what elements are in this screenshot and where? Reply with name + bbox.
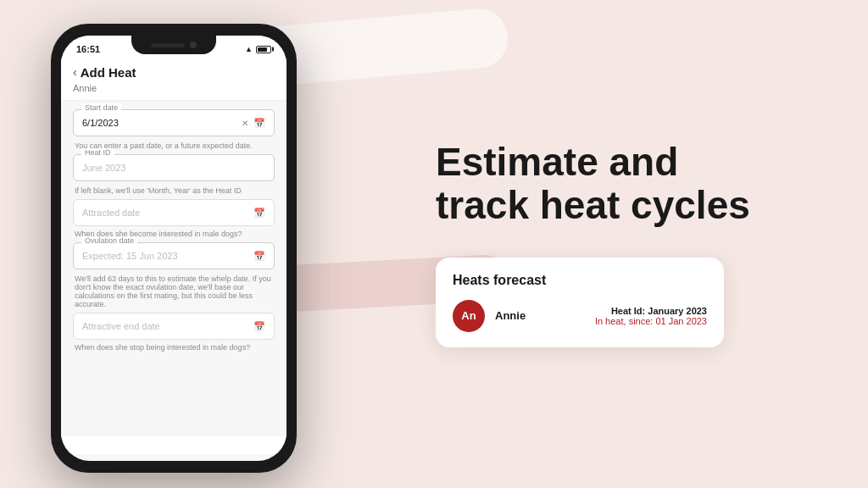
start-date-box[interactable]: 6/1/2023 ✕ 📅 xyxy=(73,109,275,136)
forecast-details: Heat Id: January 2023 In heat, since: 01… xyxy=(595,306,707,326)
notch-camera xyxy=(190,42,197,48)
phone-shell: 16:51 ▲ ‹ Add Heat Annie xyxy=(51,24,297,473)
page-subtitle: Annie xyxy=(73,83,97,93)
attracted-date-label: Attracted date xyxy=(82,208,141,218)
attractive-end-hint: When does she stop being interested in m… xyxy=(73,343,275,352)
form-area: Start date 6/1/2023 ✕ 📅 You can enter a … xyxy=(61,101,287,436)
ovulation-placeholder: Expected: 15 Jun 2023 xyxy=(82,251,178,261)
start-date-label: Start date xyxy=(81,103,121,112)
attractive-end-box[interactable]: Attractive end date 📅 xyxy=(73,313,275,340)
headline-line1: Estimate and xyxy=(436,140,678,184)
battery-icon xyxy=(256,46,271,53)
page-title: Add Heat xyxy=(81,65,136,80)
headline-line2: track heat cycles xyxy=(436,183,750,227)
back-button[interactable]: ‹ xyxy=(73,65,77,79)
phone-notch xyxy=(131,36,216,54)
attractive-end-date-field[interactable]: Attractive end date 📅 xyxy=(73,313,275,340)
ovulation-date-field[interactable]: Ovulation date Expected: 15 Jun 2023 📅 xyxy=(73,242,275,269)
wifi-icon: ▲ xyxy=(245,45,253,53)
heat-id-value: June 2023 xyxy=(82,163,125,173)
ovulation-label: Ovulation date xyxy=(81,236,137,245)
status-time: 16:51 xyxy=(76,44,100,54)
attractive-end-calendar-icon[interactable]: 📅 xyxy=(253,321,265,332)
right-panel: Estimate and track heat cycles Heats for… xyxy=(410,0,868,488)
start-date-field[interactable]: Start date 6/1/2023 ✕ 📅 xyxy=(73,109,275,136)
attracted-date-calendar-icon[interactable]: 📅 xyxy=(253,208,265,219)
start-date-value: 6/1/2023 xyxy=(82,118,119,128)
phone-screen: 16:51 ▲ ‹ Add Heat Annie xyxy=(61,36,287,461)
heat-since-text: In heat, since: 01 Jan 2023 xyxy=(595,316,707,326)
ovulation-calendar-icon[interactable]: 📅 xyxy=(253,251,265,262)
attracted-date-box[interactable]: Attracted date 📅 xyxy=(73,199,275,226)
clear-icon[interactable]: ✕ xyxy=(242,119,248,128)
ovulation-hint: We'll add 63 days to this to estimate th… xyxy=(73,274,275,308)
forecast-row: An Annie Heat Id: January 2023 In heat, … xyxy=(453,300,707,332)
dog-name: Annie xyxy=(495,309,585,322)
start-date-icons: ✕ 📅 xyxy=(242,118,265,129)
battery-fill xyxy=(258,47,267,52)
headline: Estimate and track heat cycles xyxy=(436,141,826,226)
back-row: ‹ Add Heat xyxy=(73,64,275,80)
heat-id-text: Heat Id: January 2023 xyxy=(595,306,707,316)
heat-id-box[interactable]: June 2023 xyxy=(73,154,275,181)
heat-id-hint: If left blank, we'll use 'Month, Year' a… xyxy=(73,186,275,195)
forecast-card: Heats forecast An Annie Heat Id: January… xyxy=(436,258,724,347)
status-icons: ▲ xyxy=(245,45,271,53)
notch-speaker xyxy=(151,43,185,47)
app-header: ‹ Add Heat Annie xyxy=(61,58,287,101)
attractive-end-label: Attractive end date xyxy=(82,321,160,331)
screen-content: ‹ Add Heat Annie Start date 6/1/2023 ✕ xyxy=(61,58,287,454)
forecast-card-title: Heats forecast xyxy=(453,273,707,288)
phone-mockup: 16:51 ▲ ‹ Add Heat Annie xyxy=(51,24,297,473)
dog-avatar: An xyxy=(453,300,485,332)
ovulation-box[interactable]: Expected: 15 Jun 2023 📅 xyxy=(73,242,275,269)
calendar-icon[interactable]: 📅 xyxy=(253,118,265,129)
attracted-date-field[interactable]: Attracted date 📅 xyxy=(73,199,275,226)
heat-id-label: Heat ID xyxy=(81,148,114,157)
heat-id-field[interactable]: Heat ID June 2023 xyxy=(73,154,275,181)
